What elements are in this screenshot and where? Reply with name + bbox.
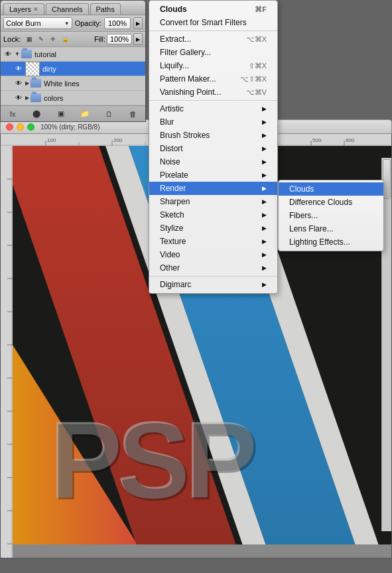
layer-dirty[interactable]: 👁 dirty	[1, 62, 145, 76]
menu-sharpen[interactable]: Sharpen ▶	[149, 195, 277, 208]
eye-tutorial[interactable]: 👁	[3, 50, 13, 59]
expand-colors[interactable]: ▶	[25, 95, 29, 101]
menu-clouds-recent[interactable]: Clouds ⌘F	[149, 3, 277, 16]
fill-arrow[interactable]: ▶	[133, 33, 143, 45]
opacity-value[interactable]: 100%	[104, 17, 131, 29]
new-layer-button[interactable]: 🗋	[103, 108, 115, 120]
svg-text:200: 200	[113, 137, 123, 143]
submenu-clouds[interactable]: Clouds	[279, 182, 383, 196]
fx-button[interactable]: fx	[7, 108, 19, 120]
folder-colors	[31, 94, 41, 102]
eye-white-lines[interactable]: 👁	[14, 79, 23, 88]
minimize-button[interactable]	[17, 123, 24, 131]
layer-white-lines[interactable]: 👁 ▶ White lines	[1, 76, 145, 91]
menu-vanishing-point[interactable]: Vanishing Point... ⌥⌘V	[149, 86, 277, 99]
close-button[interactable]	[6, 123, 13, 131]
layer-tutorial[interactable]: 👁 ▼ tutorial	[1, 47, 145, 62]
render-submenu: Clouds Difference Clouds Fibers... Lens …	[278, 180, 384, 251]
fill-label: Fill:	[94, 35, 105, 43]
panel-footer: fx ⬤ ▣ 📁 🗋 🗑	[1, 105, 145, 121]
menu-brush-strokes[interactable]: Brush Strokes ▶	[149, 129, 277, 142]
folder-white-lines	[31, 79, 41, 88]
lock-brush[interactable]: ✎	[36, 34, 46, 44]
layers-panel: Layers ✕ Channels Paths Color Burn ▼ Opa…	[0, 0, 146, 122]
lock-checkered[interactable]: ▦	[24, 34, 34, 44]
expand-white-lines[interactable]: ▶	[25, 80, 29, 86]
tab-layers-close[interactable]: ✕	[33, 6, 38, 13]
menu-liquify[interactable]: Liquify... ⇧⌘X	[149, 59, 277, 72]
eye-dirty[interactable]: 👁	[14, 64, 23, 74]
fill-control: Fill: 100% ▶	[94, 33, 143, 45]
lock-row: Lock: ▦ ✎ ✛ 🔒 Fill: 100% ▶	[1, 32, 145, 47]
svg-text:600: 600	[346, 137, 355, 143]
separator-1	[149, 31, 277, 31]
expand-tutorial[interactable]: ▼	[15, 51, 20, 57]
tab-paths[interactable]: Paths	[90, 3, 121, 15]
submenu-difference-clouds[interactable]: Difference Clouds	[279, 196, 383, 209]
menu-distort[interactable]: Distort ▶	[149, 142, 277, 155]
thumbnail-dirty	[25, 62, 40, 76]
menu-filter-gallery[interactable]: Filter Gallery...	[149, 46, 277, 59]
maximize-button[interactable]	[27, 123, 34, 131]
eye-colors[interactable]: 👁	[14, 94, 23, 103]
menu-texture[interactable]: Texture ▶	[149, 235, 277, 248]
canvas-title: 100% (dirty; RGB/8)	[40, 123, 99, 131]
layers-list: 👁 ▼ tutorial 👁 dirty 👁 ▶ White lines 👁 ▶…	[1, 47, 145, 105]
group-button[interactable]: 📁	[79, 108, 91, 120]
submenu-lighting-effects[interactable]: Lighting Effects...	[279, 235, 383, 249]
menu-pattern-maker[interactable]: Pattern Maker... ⌥⇧⌘X	[149, 72, 277, 86]
layer-colors[interactable]: 👁 ▶ colors	[1, 91, 145, 105]
menu-extract[interactable]: Extract... ⌥⌘X	[149, 32, 277, 46]
menu-render[interactable]: Render ▶ Clouds Difference Clouds Fibers…	[149, 182, 277, 195]
ruler-left	[1, 146, 13, 558]
svg-text:PSP: PSP	[51, 401, 256, 523]
lock-icons: ▦ ✎ ✛ 🔒	[24, 34, 70, 44]
lock-all[interactable]: 🔒	[60, 34, 70, 44]
filter-menu: Clouds ⌘F Convert for Smart Filters Extr…	[149, 0, 278, 294]
svg-text:500: 500	[312, 137, 322, 143]
svg-text:100: 100	[47, 137, 56, 143]
tab-channels[interactable]: Channels	[46, 3, 88, 15]
panel-tabs: Layers ✕ Channels Paths	[1, 1, 145, 15]
layer-name-colors: colors	[44, 94, 143, 102]
layer-name-dirty: dirty	[42, 65, 143, 73]
menu-video[interactable]: Video ▶	[149, 248, 277, 261]
submenu-lens-flare[interactable]: Lens Flare...	[279, 222, 383, 235]
layer-name-tutorial: tutorial	[34, 50, 143, 58]
layer-name-white-lines: White lines	[44, 80, 143, 88]
separator-3	[149, 276, 277, 277]
separator-2	[149, 100, 277, 101]
mask-button[interactable]: ▣	[55, 108, 67, 120]
menu-artistic[interactable]: Artistic ▶	[149, 102, 277, 115]
adjustment-button[interactable]: ⬤	[31, 108, 42, 120]
blend-opacity-row: Color Burn ▼ Opacity: 100% ▶	[1, 15, 145, 32]
menu-blur[interactable]: Blur ▶	[149, 115, 277, 129]
menu-pixelate[interactable]: Pixelate ▶	[149, 168, 277, 182]
blend-mode-arrow: ▼	[64, 21, 70, 27]
submenu-fibers[interactable]: Fibers...	[279, 209, 383, 222]
svg-rect-18	[1, 146, 13, 558]
menu-other[interactable]: Other ▶	[149, 261, 277, 275]
tab-layers[interactable]: Layers ✕	[3, 3, 44, 15]
opacity-arrow[interactable]: ▶	[133, 17, 143, 29]
menu-digimarc[interactable]: Digimarc ▶	[149, 278, 277, 291]
menu-noise[interactable]: Noise ▶	[149, 155, 277, 168]
folder-tutorial	[21, 50, 32, 58]
menu-stylize[interactable]: Stylize ▶	[149, 222, 277, 235]
lock-move[interactable]: ✛	[48, 34, 58, 44]
menu-sketch[interactable]: Sketch ▶	[149, 208, 277, 222]
fill-value[interactable]: 100%	[107, 34, 132, 44]
menu-convert-smart[interactable]: Convert for Smart Filters	[149, 16, 277, 29]
delete-layer-button[interactable]: 🗑	[127, 108, 139, 120]
opacity-label: Opacity:	[75, 19, 101, 27]
lock-label: Lock:	[3, 35, 21, 43]
blend-mode-select[interactable]: Color Burn ▼	[3, 17, 72, 29]
